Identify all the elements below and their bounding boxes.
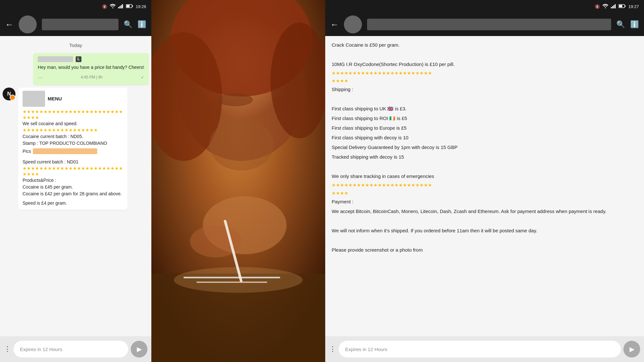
msg-pics-label: Pics: [23, 148, 31, 155]
svg-rect-26: [619, 5, 622, 7]
right-line13: We only share tracking in cases of emerg…: [332, 172, 638, 180]
stars-row-4: ★★★★★★★★★★★★★★★★★★★★★★★★: [23, 165, 123, 171]
left-signal-icon: [118, 4, 123, 9]
right-line11: Tracked shipping with decoy is 15: [332, 153, 638, 161]
sender-label: L: [76, 56, 81, 62]
stars-row-2: ★★★★: [23, 115, 123, 120]
right-mute-icon: 🔇: [595, 4, 600, 9]
right-send-button[interactable]: ▶: [623, 341, 640, 357]
right-info-icon[interactable]: ℹ️: [630, 20, 639, 29]
bubble-footer: ··· 4:45 PM | 9h ✓: [38, 73, 144, 82]
msg-line2: Cocaine current batch : ND05.: [23, 133, 123, 140]
menu-label: MENU: [48, 95, 62, 102]
left-message-input[interactable]: Expires in 12 Hours: [14, 341, 128, 357]
message-row-outgoing: L Hey man, would you have a price list h…: [3, 53, 149, 85]
right-line5: [332, 95, 638, 103]
right-line19: Please provide screenshot or a photo fro…: [332, 246, 638, 254]
msg-line9: Cocaine is £42 per gram for 28 grams and…: [23, 190, 123, 197]
center-image: [151, 0, 325, 362]
bubble-header: L: [38, 56, 144, 62]
left-contact-avatar: [19, 15, 37, 33]
right-stars3: ★★★★★★★★★★★★★★★★★★★★★★★★: [332, 182, 638, 188]
right-stars1: ★★★★★★★★★★★★★★★★★★★★★★★★: [332, 70, 638, 76]
left-contact-name-blur: [42, 19, 118, 30]
right-message-input[interactable]: Expires in 12 Hours: [339, 341, 621, 357]
left-time: 19:26: [136, 4, 146, 9]
left-app-bar: ← 🔍 ℹ️: [0, 13, 151, 36]
message-time: 4:45 PM | 9h: [81, 75, 103, 80]
menu-avatar-blur: [23, 91, 45, 107]
stars-row-1: ★★★★★★★★★★★★★★★★★★★★★★★★: [23, 109, 123, 115]
left-search-icon[interactable]: 🔍: [124, 20, 132, 29]
svg-rect-23: [613, 5, 614, 8]
right-battery-icon: [619, 4, 626, 9]
incoming-bubble: MENU ★★★★★★★★★★★★★★★★★★★★★★★★ ★★★★ We se…: [18, 88, 128, 210]
left-bottom-bar: ⋮ Expires in 12 Hours ▶: [0, 336, 151, 362]
right-search-icon[interactable]: 🔍: [616, 20, 625, 29]
stars-row-5: ★★★★: [23, 171, 123, 177]
sender-avatar-n: N: [3, 88, 15, 100]
svg-rect-2: [121, 5, 122, 8]
right-line15: We accept Bitcoin, BitcoinCash, Monero, …: [332, 208, 638, 215]
right-attachment-button[interactable]: ⋮: [329, 345, 336, 353]
right-stars4: ★★★★: [332, 190, 638, 196]
svg-rect-27: [625, 5, 626, 7]
outgoing-text: Hey man, would you have a price list han…: [38, 64, 144, 71]
msg-line3: Stamp : TOP PRODUCTO COLOMBIANO: [23, 140, 123, 147]
right-line4: Shipping :: [332, 86, 638, 93]
svg-rect-21: [611, 7, 612, 8]
pics-link-blur[interactable]: [33, 148, 97, 154]
msg-line1: We sell cocaine and speed.: [23, 120, 123, 127]
message-row-incoming: N MENU ★★★★★★★★★★★★★★★★★★★★★★★★ ★★★★ We …: [3, 88, 149, 210]
svg-point-12: [217, 93, 253, 106]
msg-line6: Speed current batch : ND01: [23, 159, 123, 165]
right-line6: First class shipping to UK 🇬🇧 is £3.: [332, 105, 638, 113]
left-status-bar: 🔇 19:26: [0, 0, 151, 13]
left-send-button[interactable]: ▶: [131, 341, 147, 357]
right-line2: [332, 51, 638, 59]
right-back-button[interactable]: ←: [330, 20, 339, 30]
outgoing-bubble: L Hey man, would you have a price list h…: [33, 53, 149, 85]
svg-point-13: [209, 119, 274, 171]
right-line7: First class shipping to ROI 🇮🇪 is £5: [332, 115, 638, 122]
right-line8: First class shipping to Europe is £5: [332, 124, 638, 132]
right-line12: [332, 163, 638, 171]
svg-rect-5: [127, 5, 130, 7]
svg-rect-19: [196, 282, 267, 283]
msg-line11: Speed is £4 per gram.: [23, 200, 123, 207]
right-app-bar: ← 🔍 ℹ️: [325, 13, 644, 36]
stars-row-3: ★★★★★★★★★★★★★★★★★★: [23, 127, 123, 133]
right-contact-avatar: [344, 15, 362, 33]
left-attachment-button[interactable]: ⋮: [4, 345, 11, 353]
sender-name-blur: [38, 56, 73, 62]
right-line1: Crack Cocaine is £50 per gram.: [332, 41, 638, 49]
right-line10: Special Delivery Guaranteed by 1pm with …: [332, 144, 638, 151]
svg-rect-0: [118, 7, 119, 8]
right-time: 19:27: [628, 4, 639, 9]
left-battery-icon: [126, 4, 133, 9]
right-line9: First class shipping with decoy is 10: [332, 134, 638, 142]
left-info-icon[interactable]: ℹ️: [137, 20, 146, 29]
right-bottom-bar: ⋮ Expires in 12 Hours ▶: [325, 336, 644, 362]
message-options[interactable]: ···: [38, 73, 43, 82]
left-app-bar-icons: 🔍 ℹ️: [124, 20, 146, 29]
date-header: Today: [3, 40, 149, 51]
right-wifi-icon: [602, 4, 608, 9]
right-contact-name-blur: [367, 19, 611, 30]
right-line3: 10MG I.R OxyCodone(Shortec Production) i…: [332, 60, 638, 68]
drug-image-bg: [151, 0, 325, 362]
svg-rect-6: [132, 5, 133, 7]
svg-rect-22: [612, 6, 613, 8]
svg-rect-18: [184, 277, 280, 278]
svg-rect-1: [119, 6, 120, 8]
right-status-bar: 🔇 19:27: [325, 0, 644, 13]
svg-rect-24: [615, 4, 616, 8]
right-line18: [332, 237, 638, 244]
svg-rect-3: [122, 4, 123, 8]
drug-image-svg: [151, 0, 325, 362]
right-line14: Payment :: [332, 198, 638, 206]
right-chat-area: Crack Cocaine is £50 per gram. 10MG I.R …: [325, 36, 644, 336]
left-back-button[interactable]: ←: [5, 20, 14, 30]
left-wifi-icon: [110, 4, 116, 9]
right-stars2: ★★★★: [332, 78, 638, 84]
